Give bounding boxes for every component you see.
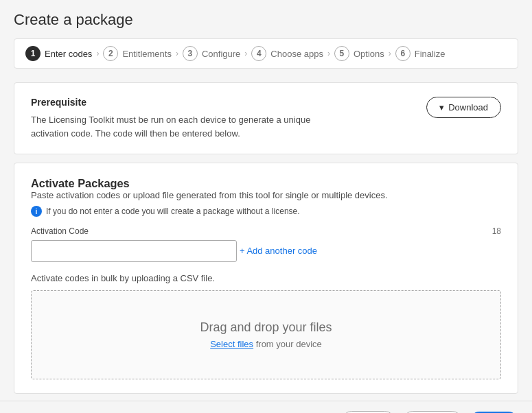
info-row: i If you do not enter a code you will cr… (31, 206, 501, 217)
step-6: 6 Finalize (395, 46, 446, 61)
download-label: Download (448, 102, 488, 113)
info-text: If you do not enter a code you will crea… (46, 206, 300, 216)
add-code-link[interactable]: + Add another code (240, 246, 317, 256)
step-label-1: Enter codes (45, 49, 92, 59)
bulk-label: Activate codes in bulk by uploading a CS… (31, 273, 501, 283)
step-circle-6: 6 (395, 46, 410, 61)
step-circle-5: 5 (334, 46, 349, 61)
activation-code-input[interactable] (31, 240, 237, 262)
step-label-5: Options (354, 49, 384, 59)
bulk-section: Activate codes in bulk by uploading a CS… (31, 273, 501, 379)
cancel-button[interactable]: Cancel (341, 411, 395, 414)
dropzone-sub-after: from your device (253, 339, 322, 349)
prerequisite-heading: Prerequisite (31, 97, 319, 108)
step-chevron-1: › (96, 49, 99, 58)
dropzone-sub: Select files from your device (210, 339, 322, 349)
activate-card: Activate Packages Paste activation codes… (14, 163, 518, 394)
step-3: 3 Configure (183, 46, 240, 61)
activation-code-count: 18 (492, 226, 501, 236)
step-5: 5 Options (334, 46, 384, 61)
stepper: 1 Enter codes › 2 Entitlements › 3 Confi… (14, 38, 518, 69)
prerequisite-card: Prerequisite The Licensing Toolkit must … (14, 82, 518, 154)
step-4: 4 Choose apps (251, 46, 323, 61)
activate-description: Paste activation codes or upload file ge… (31, 190, 501, 200)
step-chevron-2: › (176, 49, 178, 58)
dropzone[interactable]: Drag and drop your files Select files fr… (31, 290, 501, 379)
step-chevron-3: › (244, 49, 247, 58)
step-label-6: Finalize (415, 49, 446, 59)
download-chevron-icon: ▾ (439, 102, 444, 113)
step-2: 2 Entitlements (103, 46, 172, 61)
activate-heading: Activate Packages (31, 177, 501, 190)
step-circle-2: 2 (103, 46, 118, 61)
step-1: 1 Enter codes (25, 46, 92, 61)
step-label-4: Choose apps (270, 49, 323, 59)
step-label-2: Entitlements (122, 49, 172, 59)
dropzone-title: Drag and drop your files (200, 320, 332, 335)
step-circle-1: 1 (25, 46, 41, 61)
activation-code-label: Activation Code (31, 226, 89, 236)
download-button[interactable]: ▾ Download (426, 97, 501, 118)
step-chevron-4: › (327, 49, 330, 58)
prerequisite-text: Prerequisite The Licensing Toolkit must … (31, 97, 319, 140)
prerequisite-description: The Licensing Toolkit must be run on eac… (31, 113, 319, 140)
step-circle-4: 4 (251, 46, 266, 61)
step-label-3: Configure (202, 49, 240, 59)
previous-button[interactable]: Previous (402, 411, 463, 414)
step-circle-3: 3 (183, 46, 198, 61)
page-title: Create a package (14, 11, 518, 29)
activation-field-row: Activation Code 18 (31, 226, 501, 236)
step-chevron-5: › (389, 49, 391, 58)
info-icon: i (31, 206, 42, 217)
select-files-link[interactable]: Select files (210, 339, 253, 349)
footer: Cancel Previous Next (0, 401, 532, 414)
